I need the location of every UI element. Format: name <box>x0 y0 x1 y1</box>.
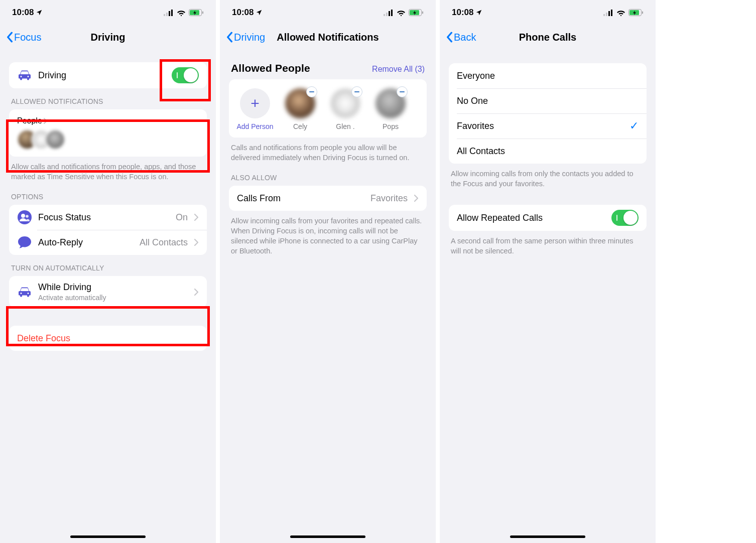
person-item[interactable]: Pops <box>372 88 409 130</box>
focus-status-row[interactable]: Focus Status On <box>9 205 207 230</box>
delete-focus-button[interactable]: Delete Focus <box>9 326 207 351</box>
location-icon <box>256 9 263 16</box>
driving-toggle[interactable] <box>172 67 199 83</box>
remove-person-icon[interactable] <box>397 86 408 97</box>
chevron-right-icon <box>194 288 199 296</box>
while-driving-label: While Driving <box>38 282 188 293</box>
remove-all-button[interactable]: Remove All (3) <box>372 65 425 74</box>
status-bar: 10:08 <box>440 0 656 25</box>
person-item[interactable]: Cely <box>282 88 318 130</box>
section-also-allow-header: ALSO ALLOW <box>229 165 427 186</box>
svg-rect-10 <box>384 14 385 16</box>
allow-repeated-calls-toggle[interactable] <box>611 210 639 226</box>
status-time: 10:08 <box>452 8 473 18</box>
while-driving-row[interactable]: While Driving Activate automatically <box>9 276 207 308</box>
chevron-left-icon <box>6 32 13 43</box>
person-name: Cely <box>293 122 307 130</box>
call-option-label: Favorites <box>457 121 623 131</box>
svg-rect-1 <box>166 13 168 16</box>
wifi-icon <box>616 10 625 16</box>
person-name: Glen . <box>336 122 354 130</box>
svg-rect-2 <box>169 11 170 16</box>
svg-rect-23 <box>642 12 643 14</box>
status-time: 10:08 <box>232 8 254 18</box>
people-avatar-cluster <box>17 128 59 150</box>
home-indicator <box>290 535 365 538</box>
cellular-icon <box>384 10 394 16</box>
status-time: 10:08 <box>12 8 34 18</box>
call-option-label: Everyone <box>457 71 639 81</box>
home-indicator <box>70 535 146 538</box>
people-row[interactable]: People <box>9 109 207 157</box>
auto-reply-row[interactable]: Auto-Reply All Contacts <box>9 230 207 255</box>
allowed-people-header: Allowed People <box>231 62 310 74</box>
person-item[interactable]: Glen . <box>327 88 363 130</box>
car-icon <box>17 285 32 300</box>
repeated-calls-footer: A second call from the same person withi… <box>449 231 647 258</box>
screen-driving: 10:08 Focus Driving Driving ALLOWED <box>0 0 216 543</box>
section-options-header: OPTIONS <box>9 184 207 205</box>
battery-icon <box>189 9 204 16</box>
back-button[interactable]: Focus <box>4 32 43 43</box>
car-icon <box>17 68 32 83</box>
driving-toggle-row[interactable]: Driving <box>9 62 207 88</box>
svg-rect-20 <box>611 10 612 16</box>
home-indicator <box>510 535 585 538</box>
battery-icon <box>628 9 644 16</box>
allowed-people-footer: Calls and notifications from people you … <box>229 138 427 165</box>
people-icon <box>17 210 32 225</box>
add-person-button[interactable]: + Add Person <box>237 88 273 130</box>
avatar <box>45 129 65 150</box>
svg-rect-12 <box>389 11 390 16</box>
remove-person-icon[interactable] <box>306 86 317 97</box>
svg-point-9 <box>26 215 29 218</box>
chevron-left-icon <box>446 32 453 43</box>
delete-focus-label: Delete Focus <box>17 333 70 344</box>
focus-status-label: Focus Status <box>38 212 170 223</box>
calls-from-footer: Allow incoming calls from your favorites… <box>229 211 427 258</box>
plus-icon: + <box>240 88 270 118</box>
call-option-row[interactable]: Favorites✓ <box>449 113 647 139</box>
back-button[interactable]: Back <box>444 32 478 43</box>
checkmark-icon: ✓ <box>629 119 639 132</box>
svg-point-8 <box>21 214 25 218</box>
status-bar: 10:08 <box>220 0 436 25</box>
svg-rect-11 <box>386 13 388 16</box>
screen-phone-calls: 10:08 Back Phone Calls EveryoneNo OneFav… <box>440 0 656 543</box>
remove-person-icon[interactable] <box>351 86 362 97</box>
svg-rect-18 <box>606 13 607 16</box>
svg-rect-13 <box>391 10 393 16</box>
call-option-row[interactable]: All Contacts <box>449 139 647 164</box>
speech-bubble-icon <box>17 235 32 250</box>
allow-repeated-calls-row[interactable]: Allow Repeated Calls <box>449 205 647 231</box>
chevron-left-icon <box>226 32 233 43</box>
call-option-label: No One <box>457 96 639 106</box>
chevron-right-icon <box>43 118 47 124</box>
person-name: Pops <box>383 122 399 130</box>
focus-status-value: On <box>176 212 188 223</box>
calls-from-value: Favorites <box>370 193 408 204</box>
chevron-right-icon <box>414 194 419 202</box>
call-option-row[interactable]: No One <box>449 88 647 113</box>
call-option-row[interactable]: Everyone <box>449 63 647 88</box>
svg-rect-6 <box>202 12 203 14</box>
status-bar: 10:08 <box>0 0 216 25</box>
wifi-icon <box>177 10 186 16</box>
section-allowed-header: ALLOWED NOTIFICATIONS <box>9 88 207 109</box>
chevron-right-icon <box>194 213 199 221</box>
calls-from-row[interactable]: Calls From Favorites <box>229 186 427 211</box>
back-label: Focus <box>14 32 41 43</box>
cellular-icon <box>164 10 174 16</box>
chevron-right-icon <box>194 238 199 246</box>
svg-point-7 <box>18 210 32 224</box>
people-label: People <box>17 116 42 125</box>
allow-repeated-calls-label: Allow Repeated Calls <box>457 213 605 223</box>
driving-label: Driving <box>38 70 166 81</box>
svg-rect-19 <box>608 11 610 16</box>
call-option-label: All Contacts <box>457 146 639 157</box>
battery-icon <box>409 9 424 16</box>
location-icon <box>475 9 482 16</box>
back-button[interactable]: Driving <box>224 32 267 43</box>
svg-rect-3 <box>171 10 173 16</box>
svg-rect-16 <box>422 12 423 14</box>
